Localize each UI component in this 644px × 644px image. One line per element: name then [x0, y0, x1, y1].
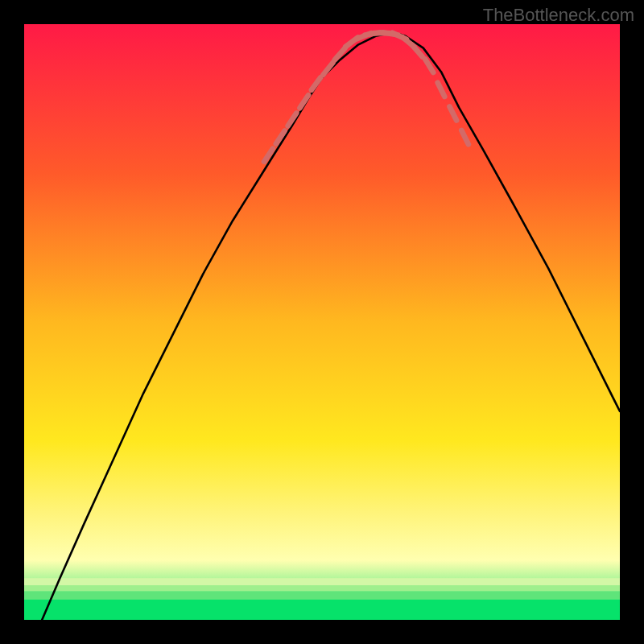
- dash-segment: [449, 106, 456, 120]
- curve-layer: [24, 24, 620, 620]
- dash-segment: [323, 63, 332, 75]
- plot-area: [24, 24, 620, 620]
- watermark-text: TheBottleneck.com: [483, 5, 634, 26]
- dash-segment: [299, 95, 308, 108]
- dash-segment: [276, 131, 285, 144]
- dash-segment: [312, 77, 320, 90]
- dash-segment: [288, 113, 297, 126]
- dash-segment: [438, 83, 445, 97]
- dash-segment: [461, 130, 469, 144]
- chart-frame: TheBottleneck.com: [0, 0, 644, 644]
- series-curve: [42, 32, 620, 620]
